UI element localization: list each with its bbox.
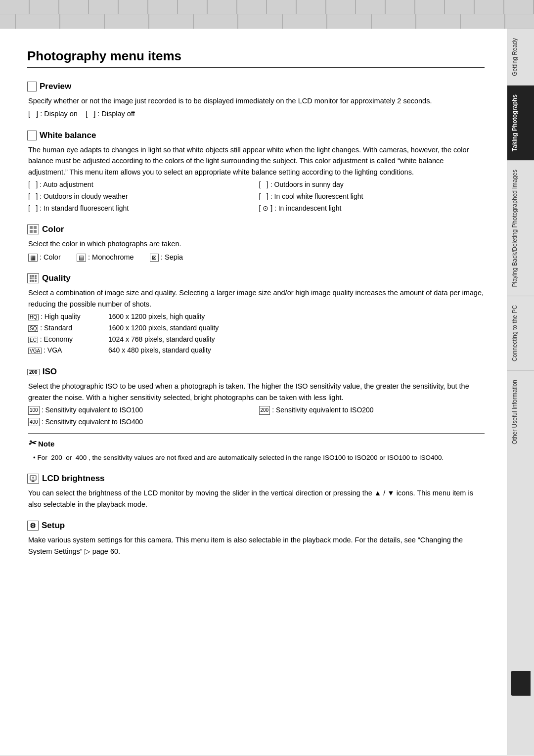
svg-rect-6 xyxy=(35,275,37,277)
iso-icon: 200 xyxy=(27,369,40,375)
preview-options: [ ] : Display on [ ] : Display off xyxy=(28,108,485,119)
sidebar-tab-playing-back[interactable]: Playing Back/Deleting Photographed image… xyxy=(507,160,534,296)
wb-option-3-right: [ ⊙ ] : In incandescent light xyxy=(259,203,485,214)
quality-body: Select a combination of image size and q… xyxy=(28,287,485,356)
lcd-icon xyxy=(27,474,39,484)
color-icon xyxy=(27,224,39,234)
setup-description: Make various system settings for this ca… xyxy=(28,534,485,557)
quality-item-vga: VGA : VGA 640 x 480 pixels, standard qua… xyxy=(28,345,485,356)
quality-eco-icon: EC xyxy=(28,337,38,343)
note-title: ✂ Note xyxy=(28,437,485,450)
section-lcd-brightness: LCD brightness You can select the bright… xyxy=(27,474,485,510)
note-body: • For 200 or 400 , the sensitivity value… xyxy=(33,453,485,463)
quality-hq-spec: 1600 x 1200 pixels, high quality xyxy=(108,311,485,322)
lcd-description: You can select the brightness of the LCD… xyxy=(28,488,485,510)
sidebar-tab-connecting-pc[interactable]: Connecting to the PC xyxy=(507,296,534,370)
section-setup: ⚙ Setup Make various system settings for… xyxy=(27,521,485,557)
svg-rect-14 xyxy=(32,481,34,482)
svg-rect-15 xyxy=(31,482,35,482)
color-description: Select the color in which photographs ar… xyxy=(28,238,485,249)
setup-body: Make various system settings for this ca… xyxy=(28,534,485,557)
sidebar-tab-getting-ready[interactable]: Getting Ready xyxy=(507,29,534,85)
iso-400-icon: 400 xyxy=(28,418,40,427)
iso-100-icon: 100 xyxy=(28,406,40,415)
quality-options: HQ : High quality 1600 x 1200 pixels, hi… xyxy=(28,311,485,356)
quality-item-hq: HQ : High quality 1600 x 1200 pixels, hi… xyxy=(28,311,485,322)
section-iso: 200 ISO Select the photographic ISO to b… xyxy=(27,367,485,463)
quality-vga-icon: VGA xyxy=(28,348,42,354)
svg-rect-10 xyxy=(30,280,32,282)
preview-title: Preview xyxy=(40,82,71,91)
section-white-balance: White balance The human eye adapts to ch… xyxy=(27,131,485,214)
white-balance-heading: White balance xyxy=(27,131,485,140)
wb-option-1-left: [ ] : Auto adjustment xyxy=(28,179,254,190)
iso-100-left: 100 : Sensitivity equivalent to ISO100 xyxy=(28,405,254,416)
setup-icon: ⚙ xyxy=(27,521,39,531)
iso-100-label: : Sensitivity equivalent to ISO100 xyxy=(42,405,143,416)
color-body: Select the color in which photographs ar… xyxy=(28,238,485,263)
preview-body: Specify whether or not the image just re… xyxy=(28,95,485,120)
setup-title: Setup xyxy=(42,521,65,531)
white-balance-icon xyxy=(27,131,37,140)
quality-std-icon: SQ xyxy=(28,325,38,332)
quality-title: Quality xyxy=(42,273,71,283)
page-thumb-marker xyxy=(511,671,531,696)
iso-400-label: : Sensitivity equivalent to ISO400 xyxy=(42,417,143,428)
iso-200-icon: 200 xyxy=(259,406,270,415)
color-title: Color xyxy=(42,224,64,234)
preview-icon-left xyxy=(27,82,37,91)
svg-rect-5 xyxy=(32,275,34,277)
svg-rect-11 xyxy=(32,280,34,282)
svg-rect-1 xyxy=(34,226,37,229)
svg-rect-2 xyxy=(30,230,33,233)
preview-description: Specify whether or not the image just re… xyxy=(28,95,485,106)
svg-rect-0 xyxy=(30,226,33,229)
quality-icon xyxy=(27,273,39,283)
iso-200-right: 200 : Sensitivity equivalent to ISO200 xyxy=(259,405,485,416)
svg-rect-7 xyxy=(30,277,32,279)
svg-rect-9 xyxy=(35,277,37,279)
wb-option-2-left: [ ] : Outdoors in cloudy weather xyxy=(28,191,254,202)
page-wrapper: Photography menu items Preview Specify w… xyxy=(0,29,534,755)
iso-200-label: : Sensitivity equivalent to ISO200 xyxy=(272,405,373,416)
section-quality: Quality Select a combination of image si… xyxy=(27,273,485,356)
sidebar-tab-other-useful[interactable]: Other Useful Information xyxy=(507,370,534,453)
iso-description: Select the photographic ISO to be used w… xyxy=(28,381,485,403)
iso-note: ✂ Note • For 200 or 400 , the sensitivit… xyxy=(28,433,485,463)
svg-rect-4 xyxy=(30,275,32,277)
section-preview: Preview Specify whether or not the image… xyxy=(27,82,485,120)
lcd-body: You can select the brightness of the LCD… xyxy=(28,488,485,510)
wb-option-3-left: [ ] : In standard fluorescent light xyxy=(28,203,254,214)
preview-heading: Preview xyxy=(27,82,485,91)
note-icon: ✂ xyxy=(28,437,36,450)
section-color: Color Select the color in which photogra… xyxy=(27,224,485,263)
iso-options: 100 : Sensitivity equivalent to ISO100 2… xyxy=(28,405,485,427)
main-content: Photography menu items Preview Specify w… xyxy=(0,29,507,755)
white-balance-options: [ ] : Auto adjustment [ ] : Outdoors in … xyxy=(28,179,485,214)
svg-rect-3 xyxy=(34,230,37,233)
svg-rect-12 xyxy=(35,280,37,282)
color-options: ▦ : Color ▤ : Monochrome ⊠ : Sepia xyxy=(28,252,485,263)
quality-description: Select a combination of image size and q… xyxy=(28,287,485,310)
quality-std-spec: 1600 x 1200 pixels, standard quality xyxy=(108,323,485,334)
setup-heading: ⚙ Setup xyxy=(27,521,485,531)
sidebar: Getting Ready Taking Photographs Playing… xyxy=(507,29,534,755)
lcd-heading: LCD brightness xyxy=(27,474,485,484)
header-decoration xyxy=(0,0,534,29)
wb-option-2-right: [ ] : In cool white fluorescent light xyxy=(259,191,485,202)
quality-heading: Quality xyxy=(27,273,485,283)
white-balance-description: The human eye adapts to changes in light… xyxy=(28,144,485,178)
quality-hq-icon: HQ xyxy=(28,314,39,320)
svg-rect-8 xyxy=(32,277,34,279)
iso-400-left: 400 : Sensitivity equivalent to ISO400 xyxy=(28,417,254,428)
quality-vga-spec: 640 x 480 pixels, standard quality xyxy=(108,345,485,356)
quality-item-std: SQ : Standard 1600 x 1200 pixels, standa… xyxy=(28,323,485,334)
quality-item-eco: EC : Economy 1024 x 768 pixels, standard… xyxy=(28,334,485,345)
white-balance-body: The human eye adapts to changes in light… xyxy=(28,144,485,214)
svg-point-16 xyxy=(32,477,34,479)
sidebar-tab-taking-photographs[interactable]: Taking Photographs xyxy=(507,85,534,160)
iso-body: Select the photographic ISO to be used w… xyxy=(28,381,485,463)
white-balance-title: White balance xyxy=(40,131,96,140)
lcd-title: LCD brightness xyxy=(42,474,105,484)
quality-eco-spec: 1024 x 768 pixels, standard quality xyxy=(108,334,485,345)
